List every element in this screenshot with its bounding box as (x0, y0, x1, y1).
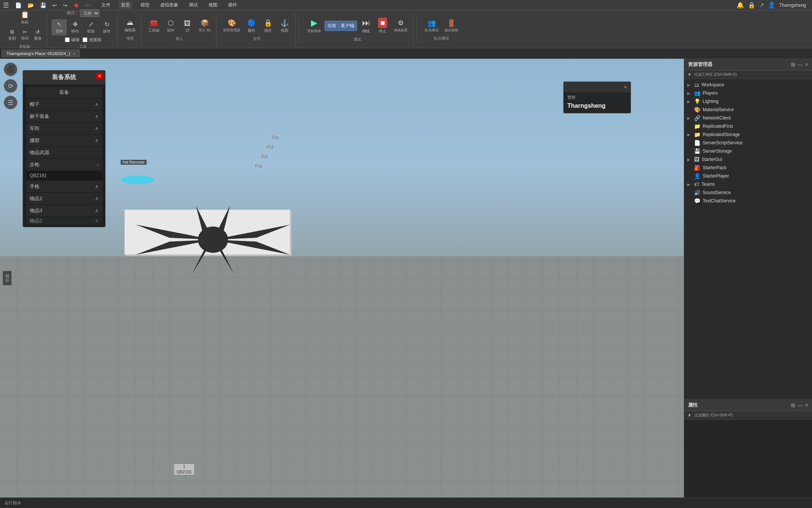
equip-category-item3[interactable]: 物品3 ∧ (26, 205, 102, 216)
stop-button[interactable]: ■ 停止 (375, 16, 390, 35)
import3d-button[interactable]: 📦 导入 3D (196, 17, 213, 34)
properties-close-button[interactable]: × (805, 402, 808, 408)
copy-button[interactable]: ⧉ 复制 (6, 27, 18, 43)
menu-home[interactable]: 首页 (119, 1, 132, 9)
open-icon[interactable]: 📂 (28, 2, 34, 8)
connect-checkbox[interactable]: 连接面 (83, 37, 101, 43)
menu-file[interactable]: 文件 (99, 1, 113, 9)
tree-item-lighting[interactable]: ▶ 💡 Lighting (684, 97, 812, 106)
tree-item-materialservice[interactable]: ▶ 🎨 MaterialService (684, 106, 812, 114)
notification-icon[interactable]: 🔔 (737, 2, 744, 9)
tooltip-close-button[interactable]: × (624, 84, 627, 90)
equip-subcategory-qbz[interactable]: QBZ191 (26, 171, 102, 180)
networkclient-expand[interactable]: ▶ (687, 116, 692, 120)
tab-close-button[interactable]: × (73, 52, 75, 56)
properties-minimize-button[interactable]: — (798, 402, 803, 408)
replicatedstorage-label: ReplicatedStorage (703, 132, 740, 137)
redo-icon[interactable]: ↪ (63, 2, 67, 8)
players-expand[interactable]: ▶ (687, 91, 692, 95)
connect-check[interactable] (83, 37, 87, 42)
save-icon[interactable]: 💾 (40, 2, 46, 8)
tree-item-workspace[interactable]: ▶ 🗂 Workspace (684, 81, 812, 89)
explorer-close-button[interactable]: × (805, 61, 808, 67)
tree-item-serverscriptservice[interactable]: ▶ 📄 ServerScriptService (684, 139, 812, 147)
menu-model[interactable]: 模型 (138, 1, 152, 9)
tree-item-networkclient[interactable]: ▶ 🔗 NetworkClient (684, 114, 812, 122)
new-file-icon[interactable]: 📄 (15, 2, 21, 8)
equip-category-items[interactable]: 物品武器 (26, 147, 102, 158)
equip-category-waist[interactable]: 腰部 ∧ (26, 135, 102, 146)
menu-avatar[interactable]: 虚拟形象 (158, 1, 181, 9)
workspace-expand[interactable]: ▶ (687, 83, 692, 87)
client-mode-button[interactable]: 当前：客户端 (325, 21, 357, 31)
tree-item-serverstorage[interactable]: ▶ 💾 ServerStorage (684, 147, 812, 155)
terrain-editor-button[interactable]: ⛰ 编辑器 (122, 17, 138, 34)
share-icon[interactable]: ↗ (759, 2, 764, 9)
exit-game-button[interactable]: 🚪 退出游戏 (442, 17, 460, 34)
menu-test[interactable]: 测试 (187, 1, 200, 9)
tree-item-starterplayer[interactable]: ▶ 👤 StarterPlayer (684, 172, 812, 180)
viewport[interactable]: Rig. Rig. Rig. Rig. Hat Remover 1 QBZ191… (0, 59, 684, 497)
equip-category-pistol[interactable]: 手枪 ∧ (26, 181, 102, 192)
user-avatar[interactable]: 👤 (768, 2, 775, 9)
toolbox-button[interactable]: 🧰 工具箱 (146, 17, 162, 35)
tree-item-startergui[interactable]: ▶ 🖼 StarterGui (684, 155, 812, 164)
material-manager-button[interactable]: 🎨 材质管理器 (221, 17, 242, 34)
magnet-checkbox[interactable]: 磁碰 (65, 37, 80, 43)
scene-floor (0, 256, 684, 497)
team-test-button[interactable]: 👥 队伍测试 (423, 17, 441, 34)
explorer-minimize-button[interactable]: — (798, 61, 803, 67)
scale-button[interactable]: ⤢ 缩放 (83, 19, 98, 35)
equip-category-rifle[interactable]: 步枪 › (26, 159, 102, 170)
mode-selector[interactable]: 几何 物理 (80, 9, 100, 17)
startergui-icon: 🖼 (694, 156, 699, 162)
tree-item-replicatedfirst[interactable]: ▶ 📁 ReplicatedFirst (684, 122, 812, 130)
more-icon[interactable]: ⋯ (85, 2, 90, 8)
play-button[interactable]: ▶ 开始游戏 (305, 17, 323, 35)
main-tab[interactable]: Tharngsheng's Place: 05182024_1 × (2, 49, 80, 57)
lock-icon[interactable]: 🔒 (748, 2, 755, 9)
redo-button[interactable]: ↺ 重做 (32, 28, 44, 43)
magnet-check[interactable] (65, 37, 70, 42)
properties-maximize-button[interactable]: ⊞ (791, 402, 795, 408)
divider-2 (416, 16, 417, 43)
paste-button[interactable]: 📋 粘贴 (17, 9, 32, 26)
equip-category-torso[interactable]: 躯干装备 ∧ (26, 111, 102, 122)
equip-category-rank[interactable]: 军衔 ∧ (26, 123, 102, 134)
lighting-expand[interactable]: ▶ (687, 99, 692, 104)
tree-item-players[interactable]: ▶ 👥 Players (684, 89, 812, 97)
explorer-tree[interactable]: ▶ 🗂 Workspace ▶ 👥 Players ▶ 💡 Lighting (684, 79, 812, 399)
tree-item-teams[interactable]: ▶ 🏷 Teams (684, 180, 812, 188)
tree-item-replicatedstorage[interactable]: ▶ 📁 ReplicatedStorage (684, 130, 812, 139)
select-button[interactable]: ↖ 选择 (52, 19, 67, 35)
equip-category-hat[interactable]: 帽子 ∧ (26, 99, 102, 110)
equip-category-item2[interactable]: 物品2 ∧ (26, 217, 102, 225)
rotate-view-icon[interactable]: ⟳ (4, 79, 17, 93)
menu-view[interactable]: 视图 (206, 1, 220, 9)
tree-item-starterpack[interactable]: ▶ 🎒 StarterPack (684, 164, 812, 172)
undo-icon[interactable]: ↩ (52, 2, 57, 8)
tree-item-textchatservice[interactable]: ▶ 💬 TextChatService (684, 197, 812, 205)
cut-button[interactable]: ✂ 剪切 (19, 28, 31, 43)
equip-category-item1[interactable]: 物品1 ∧ (26, 193, 102, 204)
settings-view-icon[interactable]: ☰ (4, 96, 17, 109)
stop-record-icon[interactable]: ⏹ (74, 2, 79, 8)
lock-button[interactable]: 🔒 锁定 (260, 17, 276, 35)
rotate-button[interactable]: ↻ 旋转 (99, 19, 114, 35)
menu-plugins[interactable]: 插件 (226, 1, 239, 9)
anchor-button[interactable]: ⚓ 锚固 (277, 17, 292, 35)
game-settings-button[interactable]: ⚙ 游戏设置 (392, 17, 410, 34)
startergui-expand[interactable]: ▶ (687, 158, 692, 162)
equip-close-button[interactable]: × (96, 73, 103, 80)
ui-button[interactable]: 🖼 UI (180, 18, 195, 34)
roblox-icon[interactable]: ⬛ (4, 63, 17, 76)
tree-item-soundservice[interactable]: ▶ 🔊 SoundService (684, 188, 812, 197)
parts-button[interactable]: ⬡ 部件 (163, 17, 178, 35)
color-button[interactable]: 🔵 颜色 (244, 17, 259, 35)
move-button[interactable]: ✥ 移动 (67, 19, 83, 35)
continue-button[interactable]: ⏭ 继续 (359, 17, 374, 35)
teams-expand[interactable]: ▶ (687, 182, 692, 187)
replicatedstorage-expand[interactable]: ▶ (687, 133, 692, 137)
explorer-maximize-button[interactable]: ⊞ (791, 61, 795, 67)
equip-tab[interactable]: 装备 (26, 87, 102, 98)
